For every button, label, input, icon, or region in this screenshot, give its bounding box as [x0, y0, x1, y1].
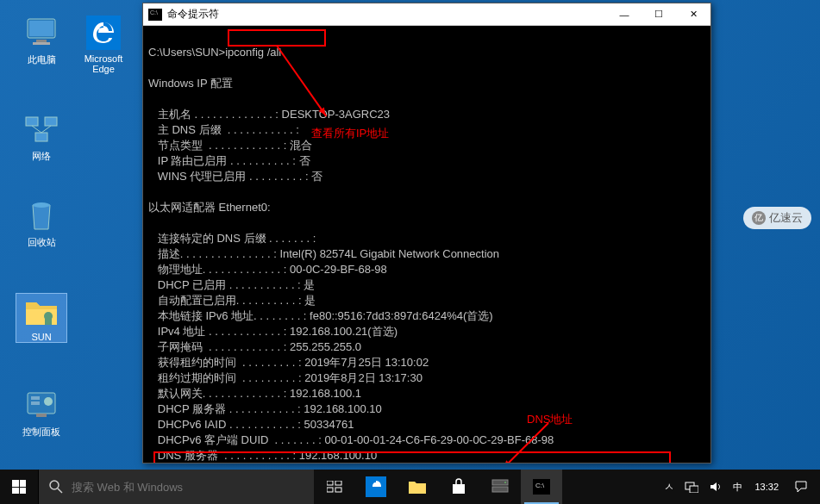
command-prompt-window: 命令提示符 — ☐ ✕ C:\Users\SUN>ipconfig /all W… [142, 3, 711, 464]
svg-rect-5 [26, 117, 38, 126]
svg-rect-17 [36, 414, 47, 417]
svg-rect-6 [45, 117, 57, 126]
annotation-text-2: DNS地址 [527, 412, 573, 427]
tray-chevron[interactable]: ㅅ [659, 470, 679, 504]
search-icon [49, 480, 63, 494]
cmd-heading: Windows IP 配置 [148, 77, 233, 90]
taskbar-edge[interactable] [355, 470, 397, 504]
svg-rect-20 [327, 481, 333, 485]
tray-network-icon[interactable] [679, 470, 704, 504]
system-tray: ㅅ 中 13:32 [659, 470, 820, 504]
cmd-prompt: C:\Users\SUN> [148, 46, 225, 59]
desktop-icon-sun-folder[interactable]: SUN [16, 293, 67, 343]
svg-point-18 [50, 481, 59, 489]
desktop-label: 控制面板 [22, 426, 60, 437]
tray-clock[interactable]: 13:32 [748, 470, 786, 504]
svg-rect-23 [335, 488, 341, 492]
svg-point-10 [33, 202, 50, 208]
svg-line-8 [32, 126, 41, 133]
tray-volume-icon[interactable] [704, 470, 728, 504]
cmd-icon [148, 9, 162, 21]
svg-rect-26 [492, 487, 508, 492]
search-box[interactable] [38, 470, 314, 504]
desktop-icon-network[interactable]: 网络 [16, 112, 67, 163]
taskbar-file-explorer[interactable] [397, 470, 438, 504]
desktop-icon-recycle-bin[interactable]: 回收站 [16, 198, 67, 249]
svg-rect-22 [327, 488, 333, 492]
start-button[interactable] [0, 470, 38, 504]
svg-rect-31 [690, 486, 698, 493]
cmd-adapter-heading: 以太网适配器 Ethernet0: [148, 201, 271, 214]
annotation-box-command [228, 29, 326, 47]
desktop-label: Microsoft Edge [85, 53, 123, 74]
watermark-text: 亿速云 [769, 210, 803, 226]
minimize-button[interactable]: — [607, 3, 642, 26]
desktop-icon-this-pc[interactable]: 此电脑 [16, 16, 67, 66]
svg-rect-15 [31, 401, 40, 405]
action-center-button[interactable] [786, 470, 817, 504]
annotation-text-1: 查看所有IP地址 [311, 126, 389, 141]
terminal-body[interactable]: C:\Users\SUN>ipconfig /all Windows IP 配置… [143, 26, 710, 463]
desktop-label: 此电脑 [28, 54, 56, 65]
taskbar-server-manager[interactable] [479, 470, 521, 504]
watermark-icon: 亿 [752, 211, 766, 225]
tray-ime-icon[interactable]: 中 [728, 470, 748, 504]
desktop-icon-control-panel[interactable]: 控制面板 [16, 388, 67, 439]
task-view-button[interactable] [314, 470, 355, 504]
maximize-button[interactable]: ☐ [642, 3, 676, 26]
svg-rect-3 [33, 42, 50, 45]
cmd-adapter-block: 连接特定的 DNS 后缀 . . . . . . . : 描述. . . . .… [148, 232, 554, 462]
watermark: 亿 亿速云 [743, 207, 811, 229]
desktop-label: 网络 [32, 151, 51, 161]
svg-rect-21 [335, 481, 341, 485]
svg-rect-1 [29, 21, 53, 36]
svg-line-9 [41, 126, 51, 133]
desktop-label: SUN [31, 332, 51, 342]
svg-point-27 [504, 482, 506, 483]
svg-point-16 [44, 397, 53, 406]
taskbar: C:\ ㅅ 中 13:32 [0, 470, 820, 504]
desktop-label: 回收站 [28, 237, 56, 247]
titlebar[interactable]: 命令提示符 — ☐ ✕ [143, 3, 710, 26]
search-input[interactable] [72, 481, 304, 494]
svg-rect-7 [35, 133, 47, 141]
svg-rect-14 [31, 396, 40, 400]
svg-rect-12 [45, 318, 52, 325]
windows-logo-icon [12, 480, 26, 494]
close-button[interactable]: ✕ [676, 3, 710, 26]
taskbar-cmd[interactable]: C:\ [521, 470, 562, 504]
cmd-config-block: 主机名 . . . . . . . . . . . . . : DESKTOP-… [148, 108, 390, 183]
svg-rect-2 [36, 40, 47, 42]
annotation-arrow-1 [276, 45, 327, 116]
cmd-command: ipconfig /all [225, 46, 281, 59]
taskbar-store[interactable] [438, 470, 479, 504]
window-title: 命令提示符 [167, 7, 219, 22]
svg-text:C:\: C:\ [535, 482, 545, 489]
desktop-icon-edge[interactable]: Microsoft Edge [76, 16, 131, 74]
svg-line-19 [58, 488, 62, 493]
